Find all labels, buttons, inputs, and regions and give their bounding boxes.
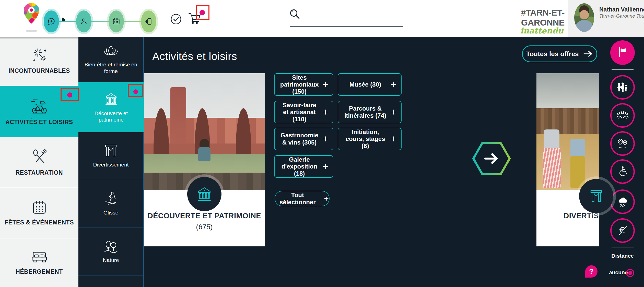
filter-free-button[interactable]: € [610, 218, 635, 243]
distance-value: aucune [609, 269, 628, 276]
submenu-item-divertissement[interactable]: Divertissement [78, 132, 143, 179]
stepper-step-calendar[interactable] [109, 10, 124, 32]
flag-icon [617, 46, 628, 59]
submenu-item-label: Découverte et patrimoine [84, 110, 138, 123]
filter-musee[interactable]: Musée (30) [338, 73, 402, 96]
filter-weather-button[interactable] [610, 189, 635, 214]
filter-label: Galerie d'exposition (18) [279, 156, 320, 177]
calendar-icon [112, 18, 120, 25]
plus-icon [322, 136, 329, 142]
select-all-button[interactable]: Tout sélectionner [275, 191, 330, 206]
sidebar-item-incontournables[interactable]: INCONTOURNABLES [0, 37, 78, 85]
filter-label: Musée (30) [349, 81, 381, 88]
submenu: Bien-être et remise en forme Découverte … [78, 37, 144, 287]
filter-gastronomie[interactable]: Gastronomie & vins (305) [274, 128, 333, 150]
submenu-item-label: Bien-être et remise en forme [84, 61, 138, 74]
ski-icon [103, 191, 118, 206]
submenu-item-glisse[interactable]: Glisse [78, 179, 143, 228]
museum-icon [196, 186, 213, 202]
filter-parcours[interactable]: Parcours & itinéraires (74) [338, 101, 402, 123]
rightbar-divider [612, 69, 634, 70]
help-label: ? [589, 267, 594, 276]
next-category-button[interactable] [472, 141, 511, 176]
avatar[interactable] [574, 3, 594, 32]
filter-flag-button[interactable] [610, 40, 635, 65]
filter-label: Sites patrimoniaux (150) [279, 74, 320, 95]
sidebar-item-hebergement[interactable]: HÉBERGEMENT [0, 238, 78, 287]
filter-label: Savoir-faire et artisanat (110) [279, 102, 320, 123]
fireworks-icon [31, 48, 48, 63]
all-offers-label: Toutes les offres [526, 50, 579, 58]
sidebar-item-fetes-evenements[interactable]: FÊTES & ÉVÉNEMENTS [0, 188, 78, 238]
chat-plus-icon [48, 18, 55, 25]
sidebar-item-label: ACTIVITÉS ET LOISIRS [5, 119, 73, 126]
stepper-connector [51, 21, 149, 22]
hexagon-arrow-icon [472, 141, 511, 176]
plus-icon [322, 81, 329, 88]
validate-button[interactable] [170, 14, 182, 25]
distance-none-radio[interactable] [626, 269, 634, 277]
mobile-icon [145, 18, 153, 25]
arrow-right-icon [583, 50, 593, 57]
filter-label: Parcours & itinéraires (74) [343, 105, 388, 119]
category-card-decouverte[interactable]: DÉCOUVERTE ET PATRIMOINE (675) [144, 73, 265, 246]
rightbar-divider [612, 247, 634, 247]
user-organization: Tarn-et-Garonne Tou [599, 13, 644, 19]
brand: #TARN-ET-GARONNE inattendu [483, 8, 565, 35]
category-card-divertissement[interactable]: DIVERTISSEMENT [536, 73, 599, 246]
filter-rightbar: € Distance aucune [598, 37, 644, 287]
stepper-step-create[interactable] [44, 10, 59, 32]
submenu-item-label: Nature [103, 257, 119, 263]
sidebar-item-label: INCONTOURNABLES [8, 67, 70, 74]
lotus-icon [103, 45, 119, 58]
curtain-icon [589, 189, 603, 203]
no-euro-icon: € [616, 224, 629, 237]
annotation-dot [133, 89, 138, 94]
group-icon [616, 110, 629, 121]
filter-location-button[interactable] [610, 131, 635, 156]
family-icon [616, 82, 629, 93]
submenu-item-bien-etre[interactable]: Bien-être et remise en forme [78, 37, 143, 82]
filter-accessibility-button[interactable] [610, 159, 635, 184]
logo-shadow [26, 30, 37, 32]
filter-label: Initiation, cours, stages (6) [343, 128, 388, 150]
museum-icon [104, 92, 119, 106]
sidebar-item-restauration[interactable]: RESTAURATION [0, 138, 78, 187]
help-button[interactable]: ? [585, 265, 598, 278]
app-screen: #TARN-ET-GARONNE inattendu Nathan Vallie… [0, 0, 644, 287]
plus-icon [324, 196, 329, 202]
curtain-icon [104, 144, 118, 158]
category-card-title: DIVERTISSEMENT [536, 212, 599, 220]
plus-icon [322, 109, 329, 115]
main-content: Activités et loisirs Toutes les offres [144, 37, 644, 287]
brand-hashtag: #TARN-ET-GARONNE [483, 8, 565, 28]
filter-initiation[interactable]: Initiation, cours, stages (6) [338, 128, 402, 150]
calendar-icon [31, 200, 47, 215]
app-logo[interactable] [21, 3, 41, 25]
search-input[interactable] [290, 16, 403, 27]
plus-icon [390, 81, 397, 88]
filter-galerie[interactable]: Galerie d'exposition (18) [274, 155, 333, 178]
all-offers-button[interactable]: Toutes les offres [522, 45, 597, 62]
sidebar-item-label: FÊTES & ÉVÉNEMENTS [5, 219, 74, 226]
filter-savoir-faire[interactable]: Savoir-faire et artisanat (110) [274, 101, 333, 123]
stepper-step-mobile[interactable] [141, 10, 156, 32]
filter-family-button[interactable] [610, 75, 635, 100]
filter-sites-patrimoniaux[interactable]: Sites patrimoniaux (150) [274, 73, 333, 96]
cycling-icon [30, 98, 49, 115]
submenu-item-nature[interactable]: Nature [78, 228, 143, 276]
user-block[interactable]: Nathan Vallienne Tarn-et-Garonne Tou [568, 0, 644, 37]
filter-group-button[interactable] [610, 103, 635, 128]
category-card-title: DÉCOUVERTE ET PATRIMOINE [144, 212, 265, 220]
cutlery-icon [31, 149, 48, 165]
topbar: #TARN-ET-GARONNE inattendu Nathan Vallie… [0, 0, 644, 37]
bed-icon [30, 250, 49, 264]
category-card-count: (675) [144, 223, 265, 231]
map-pin-logo-icon [21, 3, 41, 25]
sidebar-item-label: HÉBERGEMENT [16, 268, 63, 275]
plus-icon [390, 136, 397, 142]
annotation-box-cart-badge [196, 5, 209, 20]
wheelchair-icon [617, 165, 628, 178]
map-pins-icon [616, 138, 629, 149]
stepper-step-profile[interactable] [76, 10, 91, 32]
